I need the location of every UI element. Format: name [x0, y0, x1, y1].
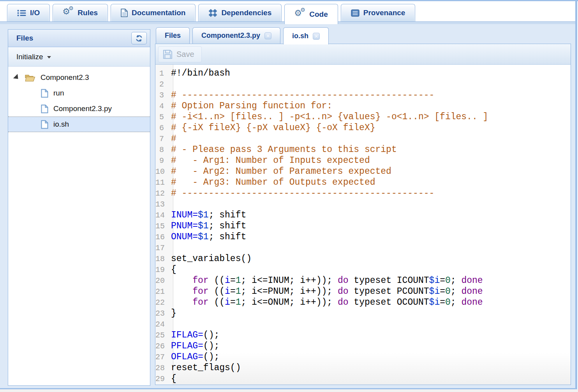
- code-token: ONUM=: [171, 232, 198, 242]
- tree-item-label: Component2.3.py: [53, 104, 112, 113]
- code-token: for: [192, 297, 208, 307]
- code-line: 4# Option Parsing function for:: [155, 101, 571, 111]
- tab-label: Code: [309, 10, 328, 19]
- line-number: 25: [155, 330, 169, 341]
- code-token: ; i<=INUM; i++));: [241, 275, 338, 286]
- code-line: 29{: [155, 373, 571, 384]
- code-line: 20 for ((i=1; i<=INUM; i++)); do typeset…: [155, 275, 571, 286]
- line-number: 24: [155, 319, 169, 330]
- line-number: 19: [155, 265, 169, 275]
- code-token: $1: [198, 210, 209, 220]
- tree-item-run[interactable]: run: [8, 85, 150, 101]
- code-editor-panel: Save 1#!/bin/bash23# -------------------…: [155, 44, 571, 385]
- line-number: 15: [155, 221, 169, 232]
- code-token: # {-iX fileX} {-pX valueX} {-oX fileX}: [171, 123, 375, 133]
- line-number: 27: [155, 352, 169, 363]
- code-token: done: [461, 297, 483, 307]
- tree-item-label: Component2.3: [41, 73, 89, 82]
- code-line: 21 for ((i=1; i<=PNUM; i++)); do typeset…: [155, 286, 571, 297]
- code-line: 18set_variables(): [155, 253, 571, 264]
- tree-item-label: io.sh: [53, 120, 69, 129]
- code-token: INUM=: [171, 210, 198, 220]
- code-token: # -i<1..n> [files.. ] -p<1..n> {values} …: [171, 112, 488, 122]
- line-number: 23: [155, 308, 169, 319]
- editor-toolbar: Save: [155, 44, 571, 65]
- code-token: ((: [209, 297, 225, 307]
- tab-i-o[interactable]: I/O: [7, 4, 50, 21]
- code-token: do: [338, 275, 349, 286]
- close-icon[interactable]: ×: [313, 33, 320, 40]
- code-line: 19{: [155, 264, 571, 275]
- code-line: 15PNUM=$1; shift: [155, 221, 571, 231]
- code-editor[interactable]: 1#!/bin/bash23# ------------------------…: [155, 65, 571, 385]
- editor-tab-component2-3-py[interactable]: Component2.3.py×: [192, 27, 280, 44]
- code-token: 0: [445, 286, 451, 297]
- initialize-dropdown[interactable]: Initialize: [8, 47, 150, 67]
- code-line: 7#: [155, 133, 571, 144]
- line-number: 8: [155, 145, 169, 155]
- line-number: 21: [155, 286, 169, 297]
- code-line: 23}: [155, 308, 571, 319]
- code-token: =: [230, 297, 236, 307]
- code-token: ; i<=PNUM; i++));: [241, 286, 338, 297]
- code-line: 1#!/bin/bash: [155, 68, 571, 79]
- tree-item-component2-3-py[interactable]: Component2.3.py: [8, 101, 150, 117]
- code-token: {: [171, 374, 176, 384]
- code-token: set_variables(): [171, 254, 252, 264]
- code-token: i: [225, 275, 230, 286]
- line-number: 20: [155, 275, 169, 286]
- code-token: for: [192, 286, 208, 297]
- line-number: 14: [155, 210, 169, 221]
- tree-item-io-sh[interactable]: io.sh: [8, 117, 150, 132]
- code-token: i: [225, 297, 230, 307]
- gears-icon: ⚙⚙: [63, 8, 74, 18]
- tab-label: Provenance: [363, 9, 405, 17]
- editor-tab-files[interactable]: Files: [156, 27, 190, 44]
- code-line: 9# - Arg1: Number of Inputs expected: [155, 155, 571, 166]
- tab-provenance[interactable]: Provenance: [341, 4, 416, 21]
- tree-expander-icon[interactable]: [13, 74, 20, 81]
- code-token: 1: [236, 297, 241, 307]
- listbox-icon: [351, 9, 359, 17]
- save-button[interactable]: Save: [158, 46, 202, 62]
- tree-item-component2-3[interactable]: Component2.3: [8, 70, 150, 85]
- code-line: 8# - Please pass 3 Arguments to this scr…: [155, 144, 571, 155]
- tab-label: I/O: [30, 9, 40, 17]
- code-token: 1: [236, 286, 241, 297]
- files-panel: Files Initialize: [8, 29, 150, 386]
- file-icon: [41, 104, 48, 113]
- code-line: 16ONUM=$1; shift: [155, 231, 571, 242]
- tab-label: Documentation: [132, 9, 185, 17]
- line-number: 29: [155, 374, 169, 385]
- code-line: 14INUM=$1; shift: [155, 210, 571, 221]
- code-content: 1#!/bin/bash23# ------------------------…: [155, 68, 571, 384]
- page-bottom-margin: [0, 389, 578, 392]
- code-line: 17: [155, 242, 571, 253]
- code-token: [171, 275, 192, 286]
- line-number: 16: [155, 232, 169, 243]
- code-token: $1: [198, 221, 209, 231]
- tab-label: Rules: [78, 9, 98, 17]
- code-token: =: [440, 286, 445, 297]
- tab-documentation[interactable]: Documentation: [111, 4, 196, 21]
- diamonds-icon: [208, 9, 217, 17]
- code-token: i: [225, 286, 230, 297]
- tab-code[interactable]: ⚙⚙Code: [284, 4, 338, 24]
- close-icon[interactable]: ×: [264, 32, 271, 39]
- save-button-label: Save: [176, 50, 194, 59]
- code-token: # - Arg3: Number of Outputs expected: [171, 177, 375, 187]
- code-token: typeset OCOUNT: [349, 297, 429, 307]
- code-line: 22 for ((i=1; i<=ONUM; i++)); do typeset…: [155, 297, 571, 308]
- refresh-button[interactable]: [131, 32, 147, 44]
- code-token: #!/bin/bash: [171, 68, 230, 78]
- code-token: $i: [429, 286, 440, 297]
- code-token: $1: [198, 232, 209, 242]
- tab-dependencies[interactable]: Dependencies: [198, 4, 282, 21]
- code-token: typeset PCOUNT: [349, 286, 429, 297]
- editor-tab-io-sh[interactable]: io.sh×: [283, 27, 329, 44]
- code-token: done: [461, 286, 483, 297]
- tab-rules[interactable]: ⚙⚙Rules: [53, 4, 108, 21]
- code-token: 0: [445, 275, 451, 286]
- window-right-border: [575, 0, 577, 389]
- file-tree: Component2.3runComponent2.3.pyio.sh: [8, 67, 150, 385]
